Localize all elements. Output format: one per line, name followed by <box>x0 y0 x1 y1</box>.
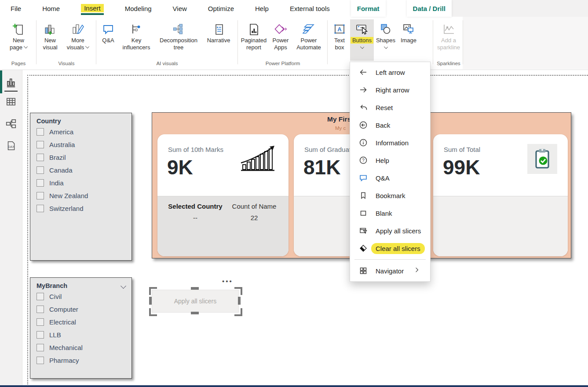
menu-help[interactable]: Help <box>255 5 269 12</box>
checkbox[interactable] <box>37 154 44 161</box>
menu-file[interactable]: File <box>11 5 21 12</box>
menu-item-bookmark[interactable]: Bookmark <box>350 187 430 204</box>
navigator-icon <box>359 266 368 275</box>
menu-item-qa[interactable]: Q&A <box>350 169 430 187</box>
key-influencers-button[interactable]: Key influencers <box>119 19 154 61</box>
slicer-option-india[interactable]: India <box>30 177 131 189</box>
menu-optimize[interactable]: Optimize <box>208 5 234 12</box>
decomposition-tree-button[interactable]: Decomposition tree <box>154 19 203 61</box>
checkbox[interactable] <box>37 179 44 187</box>
menu-home[interactable]: Home <box>42 5 60 12</box>
dax-query-view-icon[interactable]: DAX <box>5 140 17 151</box>
active-tab-underline <box>81 13 104 15</box>
qa-visual-button[interactable]: Q&A <box>98 19 119 61</box>
menu-item-apply-all-slicers[interactable]: Apply all slicers <box>350 222 430 240</box>
menu-data-drill-tab[interactable]: Data / Drill <box>407 0 452 17</box>
menu-view[interactable]: View <box>173 5 187 12</box>
menu-item-help[interactable]: ? Help <box>350 151 430 169</box>
model-view-icon[interactable] <box>5 118 17 129</box>
selection-handle-top-right[interactable] <box>234 287 242 295</box>
selection-handle-right[interactable] <box>238 297 241 305</box>
menu-item-information[interactable]: Information <box>350 134 430 151</box>
new-visual-button[interactable]: New visual <box>38 19 62 61</box>
menu-item-right-arrow[interactable]: Right arrow <box>350 81 430 99</box>
checkbox[interactable] <box>37 318 44 326</box>
checkbox[interactable] <box>37 357 44 364</box>
slicer-option-llb[interactable]: LLB <box>30 328 131 341</box>
checkbox[interactable] <box>37 166 44 174</box>
growth-chart-icon <box>239 144 278 175</box>
slicer-option-pharmacy[interactable]: Pharmacy <box>30 354 131 367</box>
slicer-option-new-zealand[interactable]: New Zealand <box>30 189 131 202</box>
report-view-icon[interactable] <box>5 77 17 88</box>
mybranch-slicer[interactable]: MyBranch Civil Computer Electrical LLB M… <box>30 277 132 379</box>
slicer-option-mechanical[interactable]: Mechanical <box>30 341 131 354</box>
table-view-icon[interactable] <box>5 96 17 107</box>
menu-item-back[interactable]: Back <box>350 116 430 134</box>
shapes-button[interactable]: Shapes <box>374 19 398 61</box>
menu-item-navigator[interactable]: Navigator <box>350 262 430 280</box>
card-total[interactable]: Sum of Total 99K <box>433 134 568 256</box>
slicer-option-switzerland[interactable]: Switzerland <box>30 202 131 215</box>
apply-all-slicers-canvas-button[interactable]: Apply all slicers <box>152 290 239 313</box>
selection-handle-bottom-left[interactable] <box>149 308 157 316</box>
menu-item-left-arrow[interactable]: Left arrow <box>350 63 430 81</box>
ai-visuals-group-label: AI visuals <box>98 61 237 66</box>
narrative-button[interactable]: Narrative <box>203 19 234 61</box>
slicer-option-civil[interactable]: Civil <box>30 290 131 303</box>
back-icon <box>359 121 368 129</box>
selection-handle-left[interactable] <box>149 297 152 305</box>
menu-modeling[interactable]: Modeling <box>125 5 152 12</box>
new-visual-label-2: visual <box>43 44 57 51</box>
slicer-option-computer[interactable]: Computer <box>30 303 131 316</box>
card-10th-marks[interactable]: Sum of 10th Marks 9K Selected Country --… <box>157 134 289 256</box>
menu-format-tab[interactable]: Format <box>351 0 386 17</box>
ribbon: New page Pages New visual <box>0 17 588 70</box>
menu-item-blank[interactable]: Blank <box>350 204 430 222</box>
qa-label: Q&A <box>102 37 114 44</box>
menu-insert[interactable]: Insert <box>81 4 104 15</box>
power-automate-button[interactable]: Power Automate <box>293 19 325 61</box>
checkbox[interactable] <box>37 293 44 300</box>
buttons-button[interactable]: Buttons <box>350 19 374 61</box>
slicer-option-canada[interactable]: Canada <box>30 164 131 177</box>
checkbox[interactable] <box>37 128 44 136</box>
slicer-option-america[interactable]: America <box>30 125 131 138</box>
selection-handle-bottom[interactable] <box>191 312 199 314</box>
more-visuals-button[interactable]: More visuals <box>62 19 93 61</box>
checkbox[interactable] <box>37 192 44 199</box>
menu-separator <box>354 259 426 260</box>
bottom-edge-strip <box>0 385 588 387</box>
power-automate-label-1: Power <box>301 37 317 44</box>
key-influencers-icon <box>130 21 142 37</box>
selection-handle-bottom-right[interactable] <box>234 308 242 316</box>
image-button[interactable]: Image <box>398 19 420 61</box>
paginated-report-button[interactable]: Paginated report <box>239 19 268 61</box>
selection-handle-top[interactable] <box>191 287 199 290</box>
slicer-option-brazil[interactable]: Brazil <box>30 151 131 164</box>
selected-country-header: Selected Country <box>164 203 226 210</box>
more-options-button[interactable]: ••• <box>222 277 233 285</box>
checkbox[interactable] <box>37 344 44 351</box>
card-value: 9K <box>167 155 193 179</box>
power-apps-button[interactable]: Power Apps <box>268 19 293 61</box>
menu-external-tools[interactable]: External tools <box>290 5 330 12</box>
paginated-report-label-1: Paginated <box>241 37 267 44</box>
slicer-option-australia[interactable]: Australia <box>30 138 131 151</box>
right-arrow-icon <box>359 85 368 94</box>
checkbox[interactable] <box>37 331 44 339</box>
menu-item-reset[interactable]: Reset <box>350 99 430 116</box>
card-value: 99K <box>443 155 480 179</box>
checkbox[interactable] <box>37 205 44 212</box>
selected-country-column: Selected Country -- <box>164 203 226 221</box>
country-slicer[interactable]: Country America Australia Brazil Canada … <box>30 113 132 261</box>
powerbi-window: File Home Insert Modeling View Optimize … <box>0 0 588 387</box>
chevron-right-icon <box>413 266 422 275</box>
new-page-button[interactable]: New page <box>3 19 34 61</box>
text-box-button[interactable]: A Text box <box>329 19 350 61</box>
selection-handle-top-left[interactable] <box>149 287 157 295</box>
checkbox[interactable] <box>37 306 44 313</box>
checkbox[interactable] <box>37 141 44 148</box>
menu-item-clear-all-slicers[interactable]: Clear all slicers <box>350 240 430 257</box>
slicer-option-electrical[interactable]: Electrical <box>30 316 131 328</box>
